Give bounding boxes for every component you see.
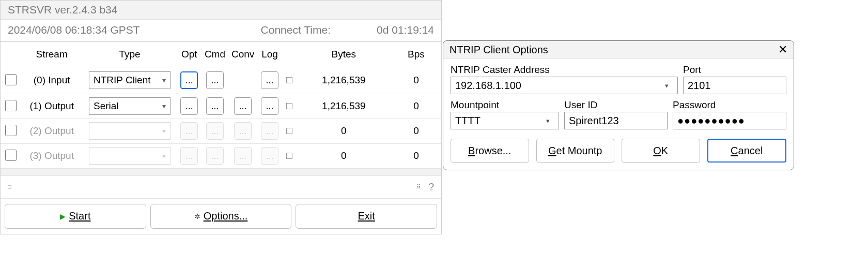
port-input[interactable]: 2101 (683, 77, 786, 94)
dialog-title: NTRIP Client Options (450, 44, 778, 56)
gps-timestamp: 2024/06/08 06:18:34 GPST (8, 24, 140, 36)
password-label: Password (673, 99, 786, 111)
get-mountp-button[interactable]: Get Mountp (536, 139, 615, 163)
opt-button: ... (180, 122, 198, 140)
stream-table: Stream Type Opt Cmd Conv Log Bytes Bps (… (1, 42, 441, 169)
opt-button[interactable]: ... (180, 71, 198, 89)
log-button: ... (261, 122, 278, 140)
cmd-button: ... (206, 147, 224, 165)
stream-row-2: (2) Output ▾ ... ... ... ... 0 0 (1, 119, 441, 143)
cancel-button[interactable]: Cancel (707, 139, 787, 163)
conv-button: ... (234, 147, 252, 165)
caster-address-input[interactable]: 192.168.1.100 ▾ (451, 77, 678, 94)
stream-enable-checkbox[interactable] (5, 100, 17, 111)
hdr-opt: Opt (177, 42, 202, 67)
bytes-value: 0 (341, 150, 347, 161)
connect-time-label: Connect Time: (261, 24, 331, 36)
start-button[interactable]: ▶ Start (5, 204, 146, 229)
status-indicator (286, 153, 292, 159)
opt-button: ... (180, 147, 198, 165)
browse-button[interactable]: Browse... (451, 139, 529, 163)
stream-row-0: (0) Input NTRIP Client ▾ ... ... ... 1,2… (1, 67, 441, 94)
tray-icon[interactable]: ⠿ (416, 183, 421, 190)
stream-name: (0) Input (34, 75, 70, 85)
separator-bar (1, 169, 441, 176)
conv-button: ... (234, 122, 252, 140)
bps-value: 0 (413, 75, 419, 85)
chevron-down-icon: ▾ (162, 102, 166, 110)
stream-enable-checkbox[interactable] (5, 150, 17, 161)
log-button[interactable]: ... (261, 97, 278, 115)
conv-button (234, 70, 252, 88)
password-input[interactable]: ●●●●●●●●●● (673, 112, 786, 129)
userid-label: User ID (564, 99, 668, 111)
hdr-bps: Bps (391, 42, 441, 67)
stream-row-1: (1) Output Serial ▾ ... ... ... ... 1,21… (1, 94, 441, 119)
stream-type-select[interactable]: Serial ▾ (89, 97, 171, 115)
hdr-type: Type (82, 42, 177, 67)
status-indicator (286, 103, 292, 109)
button-row: ▶ Start ✲ Options... Exit (1, 199, 441, 234)
cmd-button[interactable]: ... (206, 97, 224, 115)
status-indicator (286, 77, 292, 83)
stream-name: (3) Output (29, 150, 74, 161)
chevron-down-icon: ▾ (162, 76, 166, 84)
stream-type-select[interactable]: ▾ (89, 122, 171, 140)
hdr-stream: Stream (21, 42, 83, 67)
cmd-button[interactable]: ... (206, 71, 224, 89)
window-title: STRSVR ver.2.4.3 b34 (1, 1, 441, 20)
conv-button[interactable]: ... (234, 97, 252, 115)
status-bar: 2024/06/08 06:18:34 GPST Connect Time: 0… (1, 20, 441, 42)
stream-type-select[interactable]: ▾ (89, 147, 171, 165)
mountpoint-input[interactable]: TTTT ▾ (451, 112, 559, 129)
chevron-down-icon: ▾ (541, 112, 554, 129)
hdr-conv: Conv (228, 42, 257, 67)
close-icon[interactable]: ✕ (778, 43, 787, 56)
stream-row-3: (3) Output ▾ ... ... ... ... 0 0 (1, 143, 441, 168)
log-button: ... (261, 147, 278, 165)
chevron-down-icon: ▾ (162, 152, 166, 160)
hdr-cmd: Cmd (202, 42, 228, 67)
strsvr-main-window: STRSVR ver.2.4.3 b34 2024/06/08 06:18:34… (0, 0, 442, 234)
bytes-value: 1,216,539 (322, 100, 366, 111)
userid-input[interactable]: Spirent123 (564, 112, 668, 129)
stream-name: (1) Output (29, 100, 74, 111)
stream-enable-checkbox[interactable] (5, 74, 17, 85)
ntrip-client-options-dialog: NTRIP Client Options ✕ NTRIP Caster Addr… (443, 40, 794, 170)
gear-icon: ✲ (194, 212, 200, 220)
bps-value: 0 (413, 150, 419, 161)
status-indicator (286, 128, 292, 134)
opt-button[interactable]: ... (180, 97, 198, 115)
bps-value: 0 (413, 125, 419, 136)
exit-button[interactable]: Exit (296, 204, 437, 229)
dialog-titlebar: NTRIP Client Options ✕ (443, 41, 794, 59)
ok-button[interactable]: OK (622, 139, 700, 163)
hdr-log: Log (257, 42, 282, 67)
hdr-bytes: Bytes (297, 42, 391, 67)
connect-time-value: 0d 01:19:14 (362, 24, 434, 36)
info-marker: □ (8, 183, 11, 190)
info-row: □ ⠿ ? (1, 176, 441, 199)
log-button[interactable]: ... (261, 71, 278, 89)
help-button[interactable]: ? (421, 181, 434, 193)
cmd-button: ... (206, 122, 224, 140)
chevron-down-icon: ▾ (162, 127, 166, 135)
stream-name: (2) Output (29, 125, 74, 136)
bps-value: 0 (413, 100, 419, 111)
bytes-value: 1,216,539 (322, 75, 366, 85)
mountpoint-label: Mountpoint (451, 99, 559, 111)
chevron-down-icon: ▾ (660, 77, 673, 94)
bytes-value: 0 (341, 125, 347, 136)
port-label: Port (683, 64, 786, 76)
stream-type-select[interactable]: NTRIP Client ▾ (89, 71, 171, 89)
stream-enable-checkbox[interactable] (5, 125, 17, 136)
caster-address-label: NTRIP Caster Address (451, 64, 678, 76)
play-icon: ▶ (60, 212, 66, 220)
options-button[interactable]: ✲ Options... (150, 204, 292, 229)
